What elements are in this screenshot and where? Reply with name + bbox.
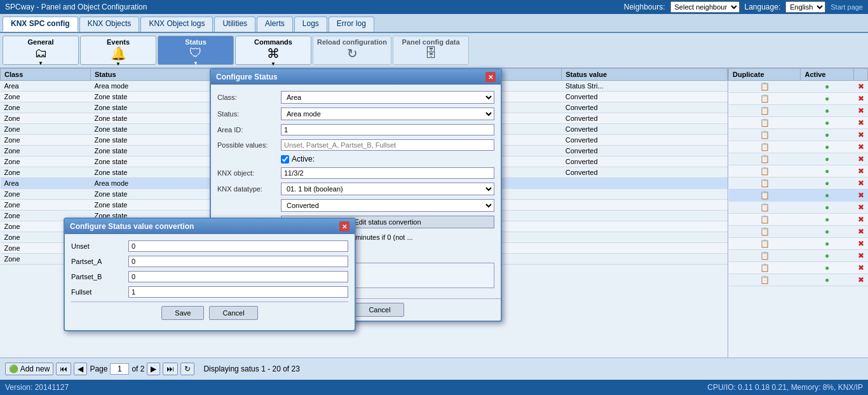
delete-icon[interactable]: ✖ [858, 203, 864, 212]
col-active[interactable]: Active [801, 69, 854, 81]
duplicate-icon[interactable]: 📋 [760, 130, 770, 139]
conversion-type-select[interactable]: Converted [281, 199, 494, 212]
btn-commands[interactable]: Commands ⌘ ▼ [235, 36, 311, 65]
delete-icon[interactable]: ✖ [858, 275, 864, 284]
possible-values-input[interactable] [281, 139, 494, 151]
duplicate-icon[interactable]: 📋 [760, 251, 770, 260]
duplicate-icon[interactable]: 📋 [760, 179, 770, 188]
delete-icon[interactable]: ✖ [858, 130, 864, 139]
value-conversion-footer: Save Cancel [71, 301, 348, 324]
start-page-link[interactable]: Start page [831, 3, 863, 11]
tab-knx-spc-config[interactable]: KNX SPC config [3, 17, 78, 32]
general-arrow: ▼ [38, 60, 43, 66]
nav-tabs: KNX SPC config KNX Objects KNX Object lo… [0, 14, 868, 33]
last-page-button[interactable]: ⏭ [163, 363, 178, 375]
statusbar: Version: 20141127 CPU/IO: 0.11 0.18 0.21… [0, 380, 868, 395]
btn-panel-config-label: Panel config data [402, 38, 459, 46]
duplicate-icon[interactable]: 📋 [760, 167, 770, 176]
tab-logs[interactable]: Logs [294, 17, 327, 32]
page-input[interactable] [110, 363, 129, 375]
duplicate-icon[interactable]: 📋 [760, 82, 770, 91]
right-table-row: 📋●✖ [729, 153, 868, 165]
duplicate-icon[interactable]: 📋 [760, 106, 770, 115]
vc-input[interactable] [128, 271, 348, 282]
next-page-button[interactable]: ▶ [147, 363, 160, 375]
area-id-input[interactable] [281, 124, 494, 135]
col-duplicate[interactable]: Duplicate [729, 69, 801, 81]
right-table-row: 📋●✖ [729, 190, 868, 202]
status-label: Status: [217, 110, 281, 118]
btn-events[interactable]: Events 🔔 ▼ [80, 36, 156, 65]
duplicate-icon[interactable]: 📋 [760, 263, 770, 272]
right-table-row: 📋●✖ [729, 238, 868, 250]
btn-panel-config[interactable]: Panel config data 🗄 [393, 36, 469, 65]
delete-icon[interactable]: ✖ [858, 263, 864, 272]
col-class[interactable]: Class [1, 69, 91, 81]
tab-knx-object-logs[interactable]: KNX Object logs [140, 17, 213, 32]
neighbours-select[interactable]: Select neighbour [670, 1, 740, 13]
btn-general[interactable]: General 🗂 ▼ [3, 36, 79, 65]
delete-icon[interactable]: ✖ [858, 118, 864, 127]
delete-icon[interactable]: ✖ [858, 227, 864, 236]
delete-icon[interactable]: ✖ [858, 155, 864, 163]
delete-icon[interactable]: ✖ [858, 142, 864, 151]
version-label: Version: 20141127 [5, 383, 69, 392]
vc-input[interactable] [128, 256, 348, 267]
delete-icon[interactable]: ✖ [858, 106, 864, 115]
active-checkbox[interactable] [281, 155, 289, 163]
first-page-button[interactable]: ⏮ [56, 363, 71, 375]
refresh-button[interactable]: ↻ [180, 363, 194, 375]
btn-reload-label: Reload configuration [317, 38, 387, 46]
duplicate-icon[interactable]: 📋 [760, 227, 770, 236]
value-conversion-save-button[interactable]: Save [161, 306, 204, 320]
col-delete [854, 69, 868, 81]
duplicate-icon[interactable]: 📋 [760, 191, 770, 200]
language-select[interactable]: English [785, 1, 825, 13]
delete-icon[interactable]: ✖ [858, 179, 864, 188]
duplicate-icon[interactable]: 📋 [760, 118, 770, 127]
delete-icon[interactable]: ✖ [858, 94, 864, 103]
class-select[interactable]: Area [281, 91, 494, 104]
right-table-body: 📋●✖📋●✖📋●✖📋●✖📋●✖📋●✖📋●✖📋●✖📋●✖📋●✖📋●✖📋●✖📋●✖📋… [729, 81, 868, 286]
tab-knx-objects[interactable]: KNX Objects [79, 17, 140, 32]
page-label: Page [90, 364, 107, 373]
value-conversion-cancel-button[interactable]: Cancel [209, 306, 257, 320]
knx-object-label: KNX object: [217, 169, 281, 177]
knx-object-input[interactable] [281, 167, 494, 179]
duplicate-icon[interactable]: 📋 [760, 155, 770, 163]
knx-datatype-label: KNX datatype: [217, 185, 281, 193]
tab-utilities[interactable]: Utilities [214, 17, 255, 32]
duplicate-icon[interactable]: 📋 [760, 94, 770, 103]
right-table-row: 📋●✖ [729, 117, 868, 129]
btn-status[interactable]: Status 🛡 ▼ [158, 36, 234, 65]
tab-error-log[interactable]: Error log [329, 17, 374, 32]
add-new-button[interactable]: 🟢 Add new [5, 363, 53, 375]
vc-input[interactable] [128, 286, 348, 298]
duplicate-icon[interactable]: 📋 [760, 275, 770, 284]
col-status-value[interactable]: Status value [562, 69, 728, 81]
btn-reload[interactable]: Reload configuration ↻ [313, 36, 391, 65]
duplicate-icon[interactable]: 📋 [760, 215, 770, 224]
duplicate-icon[interactable]: 📋 [760, 203, 770, 212]
delete-icon[interactable]: ✖ [858, 167, 864, 176]
right-table-row: 📋●✖ [729, 141, 868, 153]
delete-icon[interactable]: ✖ [858, 239, 864, 248]
tab-alerts[interactable]: Alerts [257, 17, 293, 32]
duplicate-icon[interactable]: 📋 [760, 239, 770, 248]
value-conversion-close[interactable]: ✕ [339, 221, 349, 232]
resend-label: 6 minutes if 0 (not ... [347, 232, 416, 244]
delete-icon[interactable]: ✖ [858, 215, 864, 224]
active-indicator: ● [825, 203, 829, 212]
delete-icon[interactable]: ✖ [858, 251, 864, 260]
delete-icon[interactable]: ✖ [858, 82, 864, 91]
app-title: SPCway - Panel and Object Configuration [5, 3, 147, 11]
configure-status-cancel-button[interactable]: Cancel [355, 303, 403, 317]
duplicate-icon[interactable]: 📋 [760, 142, 770, 151]
prev-page-button[interactable]: ◀ [74, 363, 87, 375]
configure-status-close[interactable]: ✕ [485, 72, 496, 82]
status-select[interactable]: Area mode [281, 107, 494, 120]
vc-input[interactable] [128, 240, 348, 252]
knx-datatype-select[interactable]: 01. 1 bit (boolean) [281, 183, 494, 195]
right-table-row: 📋●✖ [729, 202, 868, 214]
delete-icon[interactable]: ✖ [858, 191, 864, 200]
